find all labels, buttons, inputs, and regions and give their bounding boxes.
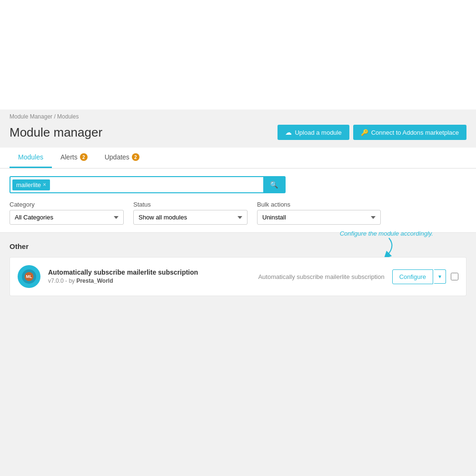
breadcrumb-current: Modules	[57, 113, 79, 120]
module-actions: Configure ▾	[392, 269, 458, 284]
callout-text: Configure the module accordingly.	[340, 230, 433, 237]
tab-modules-label: Modules	[18, 153, 43, 161]
tab-updates[interactable]: Updates 2	[96, 148, 148, 168]
module-author: Presta_World	[76, 278, 113, 284]
module-dropdown-button[interactable]: ▾	[434, 269, 446, 284]
module-card: ML Automatically subscribe mailerlite su…	[10, 257, 466, 296]
updates-badge: 2	[132, 153, 139, 161]
module-logo-svg: ML	[22, 269, 36, 284]
status-select[interactable]: Show all modules Enabled Disabled Not in…	[133, 210, 248, 225]
chevron-down-icon: ▾	[438, 273, 441, 280]
tab-updates-label: Updates	[105, 153, 129, 161]
module-meta: v7.0.0 - by Presta_World	[48, 278, 236, 284]
alerts-badge: 2	[80, 153, 88, 161]
status-label: Status	[133, 201, 248, 208]
module-logo: ML	[18, 265, 40, 288]
module-description: Automatically subscribe mailerlite subsc…	[258, 273, 384, 280]
connect-addons-button[interactable]: 🔑 Connect to Addons marketplace	[353, 125, 466, 140]
configure-button[interactable]: Configure	[392, 269, 433, 284]
header-buttons: ☁ Upload a module 🔑 Connect to Addons ma…	[278, 125, 466, 140]
tabs-bar: Modules Alerts 2 Updates 2	[0, 148, 476, 169]
module-name: Automatically subscribe mailerlite subsc…	[48, 268, 236, 276]
module-version: v7.0.0	[48, 278, 64, 284]
search-box: mailerlite × 🔍	[10, 176, 286, 193]
module-info: Automatically subscribe mailerlite subsc…	[48, 268, 236, 285]
breadcrumb: Module Manager / Modules	[0, 109, 476, 122]
page-title: Module manager	[10, 125, 102, 140]
search-tag-text: mailerlite	[16, 181, 41, 188]
search-button[interactable]: 🔍	[263, 177, 285, 192]
category-filter: Category All Categories	[10, 201, 124, 225]
svg-text:ML: ML	[26, 274, 32, 279]
callout-annotation: Configure the module accordingly.	[340, 229, 433, 258]
search-input[interactable]	[52, 178, 263, 191]
upload-module-button[interactable]: ☁ Upload a module	[278, 125, 349, 140]
module-checkbox[interactable]	[451, 273, 458, 280]
bulk-actions-filter: Bulk actions Uninstall Enable Disable	[257, 201, 381, 225]
filters-dropdowns: Category All Categories Status Show all …	[10, 201, 466, 225]
category-label: Category	[10, 201, 124, 208]
key-icon: 🔑	[361, 129, 368, 136]
search-tag: mailerlite ×	[12, 179, 50, 190]
cloud-upload-icon: ☁	[285, 129, 292, 136]
search-icon: 🔍	[270, 181, 278, 188]
tab-alerts-label: Alerts	[60, 153, 78, 161]
filter-row: mailerlite × 🔍 Category All Categories S…	[0, 169, 476, 233]
status-filter: Status Show all modules Enabled Disabled…	[133, 201, 248, 225]
modules-section: Other Configure the module accordingly.	[0, 233, 476, 296]
bulk-actions-label: Bulk actions	[257, 201, 381, 208]
module-card-wrapper: Configure the module accordingly.	[10, 257, 466, 296]
bulk-actions-select[interactable]: Uninstall Enable Disable	[257, 210, 381, 225]
tab-modules[interactable]: Modules	[10, 148, 52, 168]
tab-alerts[interactable]: Alerts 2	[52, 148, 96, 168]
search-tag-close[interactable]: ×	[43, 181, 46, 188]
breadcrumb-parent[interactable]: Module Manager	[10, 113, 52, 120]
callout-arrow-svg	[375, 237, 398, 258]
page-header: Module manager ☁ Upload a module 🔑 Conne…	[0, 122, 476, 148]
category-select[interactable]: All Categories	[10, 210, 124, 225]
